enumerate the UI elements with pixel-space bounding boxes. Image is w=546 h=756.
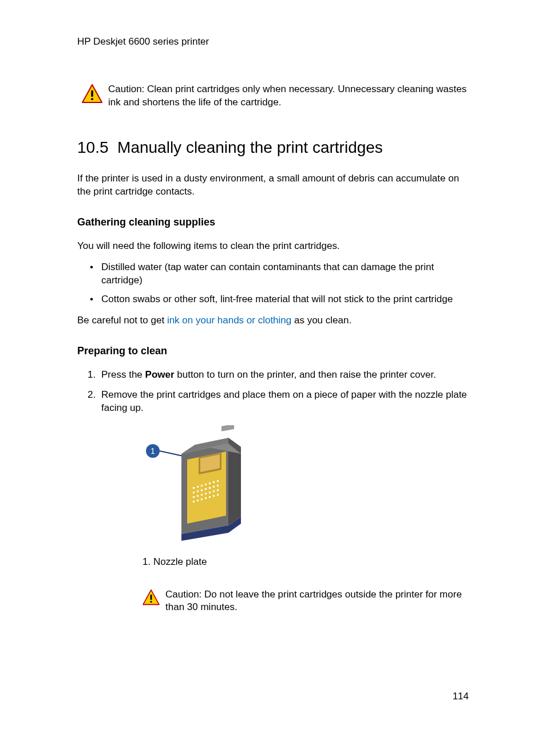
svg-rect-1 [91,90,93,97]
figure-wrap: 1 [101,424,469,544]
document-header: HP Deskjet 6600 series printer [77,35,469,49]
svg-rect-12 [221,425,234,432]
svg-rect-36 [217,489,219,491]
power-label: Power [145,369,175,380]
svg-rect-20 [209,482,211,484]
caution-icon [143,589,160,605]
svg-rect-26 [205,488,207,490]
preparing-heading: Preparing to clean [77,344,469,358]
svg-rect-33 [205,493,207,494]
list-item: Cotton swabs or other soft, lint-free ma… [99,293,469,306]
caution-text-inline: Caution: Do not leave the print cartridg… [165,588,463,615]
svg-rect-29 [217,485,219,486]
caution-block-inline: Caution: Do not leave the print cartridg… [101,588,469,615]
svg-rect-37 [193,501,195,502]
svg-rect-38 [197,500,199,501]
cartridge-figure: 1 [143,424,263,544]
supplies-lead: You will need the following items to cle… [77,240,469,253]
caution-body: Do not leave the print cartridges outsid… [165,589,462,613]
step-1: Press the Power button to turn on the pr… [90,369,469,382]
svg-rect-22 [217,480,219,482]
svg-rect-21 [213,481,215,483]
svg-rect-25 [201,489,203,491]
caution-body: Clean print cartridges only when necessa… [108,84,466,108]
section-title: 10.5 Manually cleaning the print cartrid… [77,137,469,159]
svg-rect-32 [201,494,203,496]
svg-rect-34 [209,492,211,493]
svg-rect-19 [205,484,207,485]
caution-label: Caution: [108,84,144,94]
list-item: Distilled water (tap water can contain c… [99,261,469,287]
preparing-steps: Press the Power button to turn on the pr… [77,369,469,615]
step-2: Remove the print cartridges and place th… [90,389,469,615]
svg-rect-30 [193,496,195,498]
svg-rect-17 [197,486,199,488]
svg-rect-31 [197,495,199,497]
svg-rect-27 [209,487,211,489]
careful-text: Be careful not to get ink on your hands … [77,314,469,327]
svg-rect-18 [201,485,203,486]
svg-rect-41 [209,496,211,498]
svg-rect-16 [193,487,195,489]
svg-text:1: 1 [151,446,155,456]
section-number: 10.5 [77,138,109,156]
caution-block-top: Caution: Clean print cartridges only whe… [77,83,469,109]
step2-text: Remove the print cartridges and place th… [101,389,467,413]
section-intro: If the printer is used in a dusty enviro… [77,172,469,199]
svg-rect-28 [213,486,215,488]
svg-rect-42 [213,495,215,497]
caution-text: Caution: Clean print cartridges only whe… [108,83,469,109]
svg-rect-39 [201,498,203,500]
step-text-suffix: button to turn on the printer, and then … [175,369,436,380]
step-text-prefix: Press the [101,369,145,380]
caution-icon [82,84,102,104]
supplies-heading: Gathering cleaning supplies [77,215,469,229]
careful-prefix: Be careful not to get [77,315,167,326]
svg-rect-35 [213,490,215,492]
svg-rect-46 [151,595,152,600]
svg-rect-24 [197,490,199,492]
svg-rect-2 [91,98,93,100]
supplies-list: Distilled water (tap water can contain c… [77,261,469,306]
ink-link[interactable]: ink on your hands or clothing [167,315,291,326]
svg-marker-7 [228,444,241,525]
svg-rect-43 [217,494,219,496]
caution-label: Caution: [165,589,201,600]
page-number: 114 [453,690,469,703]
figure-caption: 1. Nozzle plate [101,556,469,569]
section-title-text: Manually cleaning the print cartridges [117,138,383,156]
svg-rect-40 [205,497,207,499]
svg-rect-23 [193,492,195,493]
svg-rect-47 [151,601,152,603]
careful-suffix: as you clean. [291,315,351,326]
